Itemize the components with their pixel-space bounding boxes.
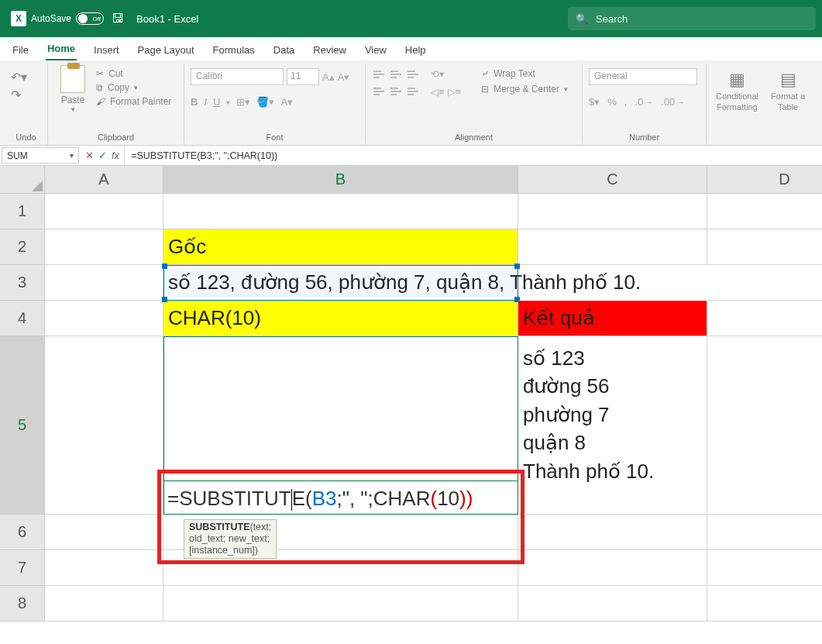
col-header-C[interactable]: C bbox=[518, 166, 707, 194]
font-group-label: Font bbox=[191, 133, 359, 143]
font-name-select[interactable]: Calibri bbox=[191, 68, 284, 85]
row-header-6[interactable]: 6 bbox=[0, 515, 45, 550]
cell-A6[interactable] bbox=[45, 515, 163, 550]
number-group-label: Number bbox=[589, 133, 700, 143]
cell-D7[interactable] bbox=[707, 550, 822, 586]
cell-D1[interactable] bbox=[707, 194, 822, 229]
excel-icon: X bbox=[11, 11, 26, 26]
number-format-select[interactable]: General bbox=[589, 68, 697, 85]
namebox-dropdown-icon[interactable]: ▾ bbox=[70, 151, 74, 160]
cell-D6[interactable] bbox=[707, 515, 822, 550]
row-header-1[interactable]: 1 bbox=[0, 194, 45, 229]
cell-B3[interactable]: số 123, đường 56, phường 7, quận 8, Thàn… bbox=[163, 265, 518, 301]
redo-button[interactable]: ↷ bbox=[11, 88, 41, 102]
underline-button[interactable]: U bbox=[213, 96, 220, 108]
cell-D2[interactable] bbox=[707, 229, 822, 265]
svg-marker-0 bbox=[32, 181, 43, 191]
col-header-B[interactable]: B bbox=[163, 166, 518, 194]
row-header-8[interactable]: 8 bbox=[0, 586, 45, 622]
tab-review[interactable]: Review bbox=[311, 40, 348, 60]
fill-color-button[interactable]: 🪣▾ bbox=[256, 96, 274, 108]
cell-C8[interactable] bbox=[518, 586, 707, 622]
horizontal-align-buttons[interactable] bbox=[372, 85, 420, 96]
row-header-5[interactable]: 5 bbox=[0, 336, 45, 515]
border-button[interactable]: ⊞▾ bbox=[236, 96, 250, 108]
row-header-3[interactable]: 3 bbox=[0, 265, 45, 301]
col-header-D[interactable]: D bbox=[707, 166, 822, 194]
tab-data[interactable]: Data bbox=[272, 40, 296, 60]
cell-B8[interactable] bbox=[163, 586, 518, 622]
cell-C5[interactable]: số 123 đường 56 phường 7 quận 8 Thành ph… bbox=[518, 336, 707, 515]
cell-B5-editing[interactable]: =SUBSTITUTE(B3;", ";CHAR(10)) bbox=[163, 480, 518, 515]
cell-A5[interactable] bbox=[45, 336, 163, 515]
tab-formulas[interactable]: Formulas bbox=[212, 40, 256, 60]
merge-center-button[interactable]: Merge & Center bbox=[494, 84, 559, 95]
increase-decimal-button[interactable]: .0→ bbox=[635, 96, 653, 108]
cell-A8[interactable] bbox=[45, 586, 163, 622]
undo-button[interactable]: ↶▾ bbox=[11, 70, 41, 84]
format-painter-button[interactable]: Format Painter bbox=[110, 96, 171, 107]
cell-C2[interactable] bbox=[518, 229, 707, 265]
cut-button[interactable]: Cut bbox=[108, 68, 123, 79]
name-box[interactable]: SUM ▾ bbox=[2, 147, 79, 164]
cell-A3[interactable] bbox=[45, 265, 163, 301]
clipboard-icon bbox=[60, 65, 85, 93]
paste-button[interactable]: Paste bbox=[61, 95, 85, 105]
conditional-formatting-button[interactable]: ▦ Conditional Formatting bbox=[713, 68, 762, 113]
font-size-select[interactable]: 11 bbox=[287, 68, 319, 85]
cell-C4[interactable]: Kết quả bbox=[518, 301, 707, 336]
cell-C6[interactable] bbox=[518, 515, 707, 550]
increase-indent-button[interactable]: ▷≡ bbox=[448, 86, 462, 98]
tab-view[interactable]: View bbox=[363, 40, 388, 60]
font-color-button[interactable]: A▾ bbox=[280, 96, 293, 108]
row-header-7[interactable]: 7 bbox=[0, 550, 45, 586]
tab-home[interactable]: Home bbox=[46, 38, 77, 60]
decrease-indent-button[interactable]: ◁≡ bbox=[431, 86, 445, 98]
cell-A4[interactable] bbox=[45, 301, 163, 336]
decrease-font-icon[interactable]: A▾ bbox=[338, 71, 350, 83]
cell-D3[interactable] bbox=[707, 265, 822, 301]
vertical-align-buttons[interactable] bbox=[372, 68, 420, 79]
select-all-corner[interactable] bbox=[0, 166, 45, 194]
accounting-format-button[interactable]: $▾ bbox=[589, 96, 600, 108]
cell-C1[interactable] bbox=[518, 194, 707, 229]
save-icon[interactable]: 🖫 bbox=[112, 12, 124, 26]
percent-format-button[interactable]: % bbox=[607, 96, 617, 108]
format-as-table-button[interactable]: ▤ Format a Table bbox=[768, 68, 808, 113]
tab-help[interactable]: Help bbox=[404, 40, 428, 60]
enter-formula-button[interactable]: ✓ bbox=[98, 150, 107, 161]
insert-function-button[interactable]: fx bbox=[112, 150, 119, 161]
bold-button[interactable]: B bbox=[191, 96, 198, 108]
italic-button[interactable]: I bbox=[204, 96, 207, 108]
wrap-text-button[interactable]: Wrap Text bbox=[494, 68, 535, 79]
cell-D4[interactable] bbox=[707, 301, 822, 336]
tab-insert[interactable]: Insert bbox=[92, 40, 121, 60]
tab-file[interactable]: File bbox=[11, 40, 30, 60]
cell-D8[interactable] bbox=[707, 586, 822, 622]
cell-B4[interactable]: CHAR(10) bbox=[163, 301, 518, 336]
cancel-formula-button[interactable]: ✕ bbox=[85, 150, 94, 161]
search-icon: 🔍 bbox=[576, 13, 588, 25]
decrease-decimal-button[interactable]: .00→ bbox=[661, 96, 685, 108]
cell-A7[interactable] bbox=[45, 550, 163, 586]
comma-format-button[interactable]: , bbox=[624, 96, 628, 108]
cell-B1[interactable] bbox=[163, 194, 518, 229]
column-headers: A B C D bbox=[45, 166, 822, 194]
increase-font-icon[interactable]: A▴ bbox=[322, 71, 335, 83]
col-header-A[interactable]: A bbox=[45, 166, 163, 194]
cell-A1[interactable] bbox=[45, 194, 163, 229]
cell-D5[interactable] bbox=[707, 336, 822, 515]
row-header-2[interactable]: 2 bbox=[0, 229, 45, 265]
cell-B2[interactable]: Gốc bbox=[163, 229, 518, 265]
formula-input[interactable]: =SUBSTITUTE(B3;", ";CHAR(10)) bbox=[125, 146, 822, 165]
autosave-toggle[interactable]: Off bbox=[76, 12, 104, 25]
copy-button[interactable]: Copy bbox=[108, 82, 129, 93]
cell-C7[interactable] bbox=[518, 550, 707, 586]
ribbon: ↶▾ ↷ Undo Paste ▾ ✂Cut ⧉Copy▾ 🖌Format Pa… bbox=[0, 60, 822, 146]
tab-page-layout[interactable]: Page Layout bbox=[136, 40, 196, 60]
cell-A2[interactable] bbox=[45, 229, 163, 265]
search-box[interactable]: 🔍 Search bbox=[568, 7, 816, 30]
row-header-4[interactable]: 4 bbox=[0, 301, 45, 336]
orientation-button[interactable]: ⟲▾ bbox=[431, 68, 461, 80]
cut-icon: ✂ bbox=[96, 68, 104, 79]
